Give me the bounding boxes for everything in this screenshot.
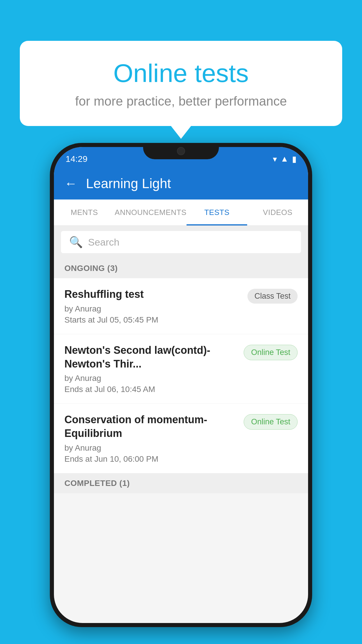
test-author-reshuffling: by Anurag xyxy=(64,304,242,314)
search-container: 🔍 Search xyxy=(54,226,308,258)
test-name-reshuffling: Reshuffling test xyxy=(64,288,242,301)
status-icons: ▾ ▲ ▮ xyxy=(273,154,296,164)
tab-bar: MENTS ANNOUNCEMENTS TESTS VIDEOS xyxy=(54,200,308,226)
test-badge-reshuffling: Class Test xyxy=(247,289,298,304)
test-badge-newtons: Online Test xyxy=(244,345,298,360)
wifi-icon: ▾ xyxy=(273,154,277,164)
search-placeholder: Search xyxy=(88,237,120,248)
test-item-conservation[interactable]: Conservation of momentum-Equilibrium by … xyxy=(54,404,308,473)
test-time-conservation: Ends at Jun 10, 06:00 PM xyxy=(64,454,238,464)
phone-frame: 14:29 ▾ ▲ ▮ ← Learning Light MENTS ANNOU… xyxy=(50,143,312,627)
test-info-newtons: Newton's Second law(contd)-Newton's Thir… xyxy=(64,344,238,394)
search-icon: 🔍 xyxy=(69,236,83,249)
battery-icon: ▮ xyxy=(292,154,296,164)
search-bar[interactable]: 🔍 Search xyxy=(61,231,301,253)
tab-videos[interactable]: VIDEOS xyxy=(247,200,308,225)
test-list: Reshuffling test by Anurag Starts at Jul… xyxy=(54,278,308,473)
test-item-reshuffling[interactable]: Reshuffling test by Anurag Starts at Jul… xyxy=(54,278,308,334)
test-time-reshuffling: Starts at Jul 05, 05:45 PM xyxy=(64,315,242,325)
app-title: Learning Light xyxy=(86,176,171,191)
ongoing-section-header: ONGOING (3) xyxy=(54,258,308,278)
test-name-newtons: Newton's Second law(contd)-Newton's Thir… xyxy=(64,344,238,371)
bubble-title: Online tests xyxy=(43,58,319,88)
test-item-newtons[interactable]: Newton's Second law(contd)-Newton's Thir… xyxy=(54,334,308,404)
test-author-conservation: by Anurag xyxy=(64,443,238,453)
app-bar: ← Learning Light xyxy=(54,167,308,200)
back-button[interactable]: ← xyxy=(64,176,77,191)
promo-bubble: Online tests for more practice, better p… xyxy=(20,41,342,126)
phone-screen: 14:29 ▾ ▲ ▮ ← Learning Light MENTS ANNOU… xyxy=(54,147,308,623)
completed-label: COMPLETED (1) xyxy=(64,479,130,488)
test-badge-conservation: Online Test xyxy=(244,414,298,430)
tab-ments[interactable]: MENTS xyxy=(54,200,115,225)
test-author-newtons: by Anurag xyxy=(64,374,238,383)
bubble-subtitle: for more practice, better performance xyxy=(43,94,319,108)
test-info-conservation: Conservation of momentum-Equilibrium by … xyxy=(64,413,238,464)
test-name-conservation: Conservation of momentum-Equilibrium xyxy=(64,413,238,440)
phone-mockup: 14:29 ▾ ▲ ▮ ← Learning Light MENTS ANNOU… xyxy=(50,143,312,627)
camera xyxy=(177,147,185,155)
status-time: 14:29 xyxy=(66,154,87,164)
signal-icon: ▲ xyxy=(280,154,289,164)
tab-tests[interactable]: TESTS xyxy=(187,200,247,225)
test-time-newtons: Ends at Jul 06, 10:45 AM xyxy=(64,385,238,394)
bubble-card: Online tests for more practice, better p… xyxy=(20,41,342,126)
tab-announcements[interactable]: ANNOUNCEMENTS xyxy=(115,200,187,225)
test-info-reshuffling: Reshuffling test by Anurag Starts at Jul… xyxy=(64,288,242,325)
phone-notch xyxy=(143,143,219,159)
completed-section-header: COMPLETED (1) xyxy=(54,473,308,493)
ongoing-label: ONGOING (3) xyxy=(64,264,118,273)
